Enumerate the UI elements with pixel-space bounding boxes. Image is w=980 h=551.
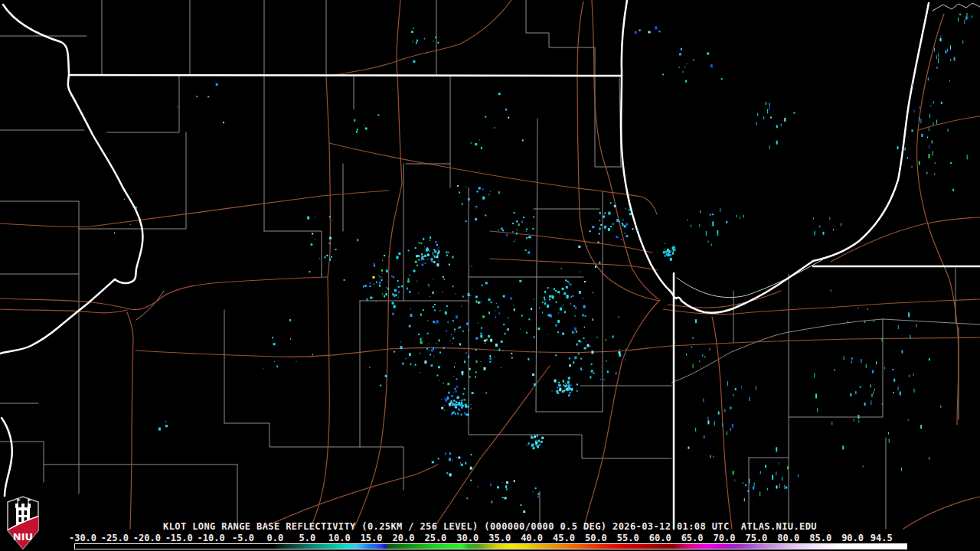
radar-echo bbox=[580, 272, 580, 272]
radar-echo bbox=[312, 233, 313, 234]
radar-echo bbox=[666, 254, 668, 256]
radar-echo bbox=[599, 212, 601, 214]
radar-echo bbox=[933, 101, 934, 103]
radar-echo bbox=[424, 262, 426, 264]
radar-echo bbox=[532, 373, 534, 376]
radar-echo bbox=[541, 437, 544, 439]
radar-echo bbox=[433, 261, 435, 263]
radar-echo bbox=[704, 356, 705, 358]
radar-echo bbox=[574, 357, 576, 359]
radar-echo bbox=[475, 301, 477, 303]
radar-echo bbox=[574, 328, 577, 331]
radar-echo bbox=[439, 311, 440, 312]
radar-echo bbox=[329, 259, 331, 261]
radar-echo bbox=[619, 349, 620, 350]
radar-echo bbox=[672, 248, 675, 250]
colorbar-tick-label: 30.0 bbox=[456, 533, 479, 543]
radar-echo bbox=[433, 292, 434, 294]
radar-echo bbox=[379, 276, 381, 278]
colorbar-tick-label: -15.0 bbox=[165, 533, 193, 543]
radar-echo bbox=[435, 37, 436, 38]
radar-echo bbox=[941, 102, 942, 104]
radar-echo bbox=[945, 51, 946, 54]
radar-echo bbox=[851, 358, 853, 360]
radar-echo bbox=[274, 361, 275, 362]
radar-echo bbox=[584, 347, 586, 350]
radar-echo bbox=[532, 437, 534, 439]
radar-echo bbox=[592, 226, 594, 228]
radar-echo bbox=[683, 71, 684, 73]
radar-echo bbox=[858, 420, 859, 422]
radar-echo bbox=[445, 452, 446, 455]
radar-echo bbox=[416, 42, 417, 44]
radar-echo bbox=[707, 417, 708, 420]
radar-echo bbox=[391, 276, 393, 277]
radar-echo bbox=[577, 383, 578, 385]
radar-echo bbox=[831, 422, 832, 425]
radar-echo bbox=[787, 466, 789, 469]
radar-echo bbox=[373, 276, 375, 279]
radar-echo bbox=[512, 223, 514, 224]
radar-echo bbox=[466, 220, 467, 222]
radar-echo bbox=[814, 373, 815, 378]
radar-echo bbox=[537, 495, 539, 497]
radar-echo bbox=[446, 330, 447, 331]
radar-echo bbox=[385, 375, 387, 377]
radar-echo bbox=[912, 129, 913, 132]
radar-echo bbox=[434, 310, 436, 311]
radar-echo bbox=[430, 364, 433, 367]
radar-echo bbox=[629, 213, 632, 215]
radar-echo bbox=[568, 377, 570, 380]
radar-echo bbox=[569, 364, 571, 367]
radar-echo bbox=[380, 282, 381, 283]
radar-echo bbox=[710, 64, 713, 67]
radar-echo bbox=[471, 404, 472, 405]
radar-echo bbox=[674, 341, 675, 344]
radar-echo bbox=[470, 295, 471, 296]
radar-echo bbox=[535, 441, 537, 442]
radar-echo bbox=[940, 406, 941, 408]
radar-echo bbox=[446, 255, 448, 256]
radar-echo bbox=[544, 297, 545, 298]
radar-echo bbox=[367, 298, 368, 301]
radar-echo bbox=[610, 202, 612, 204]
radar-echo bbox=[458, 406, 459, 407]
radar-echo bbox=[408, 278, 410, 280]
radar-echo bbox=[456, 386, 458, 388]
radar-echo bbox=[573, 305, 575, 307]
radar-echo bbox=[779, 462, 779, 465]
radar-echo bbox=[967, 18, 968, 19]
radar-echo bbox=[437, 375, 439, 377]
radar-echo bbox=[480, 333, 482, 334]
radar-echo bbox=[397, 256, 399, 259]
radar-echo bbox=[513, 305, 514, 305]
radar-echo bbox=[527, 445, 528, 445]
radar-echo bbox=[364, 285, 367, 287]
radar-echo bbox=[570, 303, 571, 305]
radar-echo bbox=[769, 145, 770, 149]
radar-echo bbox=[423, 309, 424, 311]
map-line bbox=[671, 332, 789, 383]
radar-echo bbox=[370, 282, 371, 284]
radar-echo bbox=[413, 270, 416, 272]
radar-echo bbox=[608, 212, 610, 215]
radar-echo bbox=[914, 389, 915, 393]
colorbar-tick-label: -30.0 bbox=[69, 533, 96, 543]
radar-echo bbox=[488, 335, 490, 337]
radar-echo bbox=[488, 298, 491, 301]
radar-echo bbox=[901, 350, 903, 354]
colorbar-tick-label: 0.0 bbox=[267, 533, 284, 543]
radar-echo bbox=[386, 270, 388, 272]
radar-echo bbox=[468, 198, 470, 201]
radar-echo bbox=[481, 328, 482, 329]
radar-echo bbox=[850, 393, 851, 396]
radar-echo bbox=[972, 15, 972, 18]
radar-echo bbox=[670, 258, 672, 261]
radar-echo bbox=[415, 364, 416, 366]
radar-echo bbox=[434, 304, 436, 305]
map-line bbox=[883, 319, 980, 324]
radar-echo bbox=[429, 250, 430, 252]
radar-echo bbox=[114, 232, 115, 233]
radar-echo bbox=[428, 284, 430, 285]
radar-echo bbox=[498, 93, 501, 95]
